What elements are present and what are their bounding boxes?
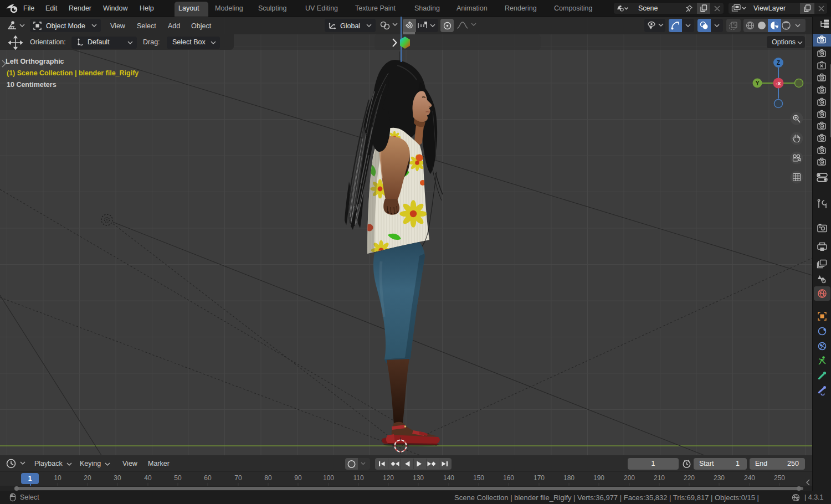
svg-text:-X: -X — [776, 81, 781, 86]
svg-text:(1) Scene Collection | blender: (1) Scene Collection | blender file_Rigi… — [7, 69, 138, 77]
svg-text:10 Centimeters: 10 Centimeters — [7, 81, 57, 89]
svg-text:Z: Z — [777, 60, 780, 66]
svg-text:Y: Y — [756, 80, 760, 86]
svg-text:Left Orthographic: Left Orthographic — [6, 58, 64, 65]
